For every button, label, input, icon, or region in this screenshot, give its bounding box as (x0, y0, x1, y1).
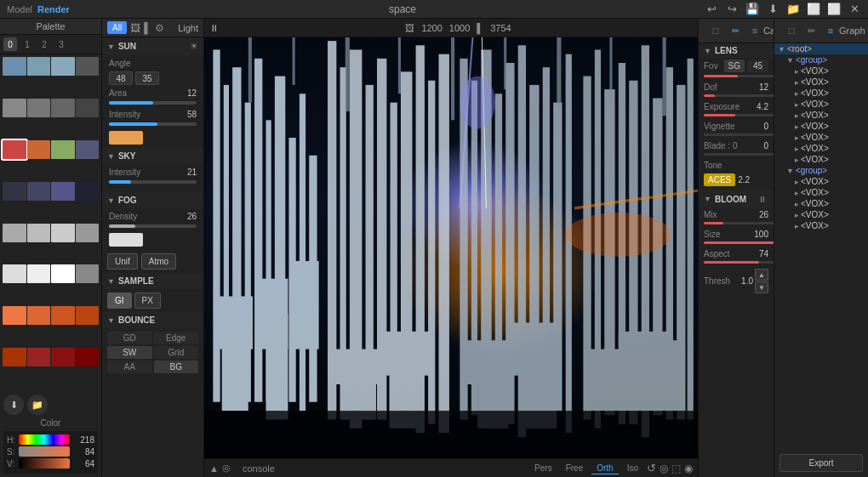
dof-slider[interactable] (704, 94, 774, 97)
vignette-slider[interactable] (704, 133, 774, 136)
color-swatch-23[interactable] (76, 264, 100, 283)
graph-tab-list[interactable]: ≡ (822, 23, 839, 38)
color-swatch-15[interactable] (76, 182, 100, 201)
color-swatch-2[interactable] (51, 57, 75, 76)
color-swatch-29[interactable] (27, 348, 51, 366)
color-swatch-9[interactable] (27, 140, 51, 159)
sun-angle-1-input[interactable] (109, 71, 133, 85)
color-swatch-5[interactable] (27, 99, 51, 117)
color-swatch-13[interactable] (27, 182, 51, 201)
exposure-slider[interactable] (704, 114, 774, 116)
color-swatch-25[interactable] (27, 306, 51, 325)
tree-item-0[interactable]: ▼<root> (774, 43, 868, 54)
tree-item-8[interactable]: ▸<VOX> (774, 132, 868, 143)
color-swatch-10[interactable] (51, 140, 75, 159)
light-tab-img[interactable]: 🖼 (130, 22, 140, 34)
color-swatch-21[interactable] (27, 264, 51, 283)
color-swatch-24[interactable] (3, 306, 26, 325)
hue-bar[interactable] (19, 434, 70, 445)
thresh-up[interactable]: ▲ (755, 269, 768, 281)
tree-item-16[interactable]: ▸<VOX> (774, 220, 868, 231)
tree-item-3[interactable]: ▸<VOX> (774, 77, 868, 88)
color-swatch-12[interactable] (3, 182, 26, 201)
bounce-aa[interactable]: AA (107, 361, 152, 373)
fov-preset[interactable]: SG (724, 60, 745, 72)
tab-model[interactable]: Model (7, 4, 32, 14)
window-icon[interactable]: ⬜ (825, 2, 842, 17)
sun-angle-2-input[interactable] (135, 71, 159, 85)
fog-density-slider[interactable] (109, 224, 197, 228)
tree-item-13[interactable]: ▸<VOX> (774, 187, 868, 198)
download-icon[interactable]: ⬇ (764, 2, 781, 17)
nav-iso[interactable]: Iso (622, 463, 643, 474)
color-swatch-1[interactable] (27, 57, 51, 76)
color-swatch-28[interactable] (3, 348, 26, 366)
aspect-slider[interactable] (704, 261, 774, 264)
bounce-sw[interactable]: SW (107, 346, 152, 359)
graph-tab-rect[interactable]: □ (783, 23, 800, 38)
color-swatch-19[interactable] (76, 224, 100, 242)
palette-folder-icon[interactable]: 📁 (27, 395, 48, 415)
color-swatch-26[interactable] (51, 306, 75, 325)
color-swatch-3[interactable] (76, 57, 100, 76)
tone-preset[interactable]: ACES (704, 173, 735, 186)
light-tab-bar[interactable]: ▌ (144, 22, 151, 34)
camera-icon[interactable]: ◎ (222, 463, 231, 474)
color-swatch-17[interactable] (27, 224, 51, 242)
color-swatch-6[interactable] (51, 99, 75, 117)
tree-item-11[interactable]: ▼<group> (774, 165, 868, 176)
light-tab-all[interactable]: All (107, 21, 127, 34)
sat-bar[interactable] (19, 446, 70, 457)
tree-item-12[interactable]: ▸<VOX> (774, 176, 868, 187)
tree-item-14[interactable]: ▸<VOX> (774, 198, 868, 209)
palette-tab-3[interactable]: 3 (54, 37, 68, 51)
bounce-edge[interactable]: Edge (154, 332, 199, 344)
color-swatch-30[interactable] (51, 348, 75, 366)
fog-color-swatch[interactable] (109, 233, 143, 247)
unif-button[interactable]: Unif (107, 253, 138, 270)
nav-free[interactable]: Free (561, 463, 589, 474)
bounce-section-header[interactable]: ▼ BOUNCE (102, 312, 203, 328)
bloom-pause-icon[interactable]: ⏸ (757, 193, 768, 205)
light-tab-gear[interactable]: ⚙ (155, 22, 164, 34)
cam-tab-rect[interactable]: □ (707, 23, 724, 38)
val-bar[interactable] (19, 458, 70, 468)
tree-item-1[interactable]: ▼<group> (774, 54, 868, 65)
tab-render[interactable]: Render (37, 4, 70, 14)
fov-slider[interactable] (704, 75, 774, 77)
sample-section-header[interactable]: ▼ SAMPLE (102, 273, 203, 289)
palette-tab-0[interactable]: 0 (3, 37, 17, 51)
sun-intensity-slider[interactable] (109, 122, 197, 126)
color-swatch-0[interactable] (3, 57, 26, 76)
palette-tab-1[interactable]: 1 (20, 37, 34, 51)
undo-icon[interactable]: ↩ (703, 2, 720, 17)
color-swatch-22[interactable] (51, 264, 75, 283)
bloom-section-header[interactable]: ▼ BLOOM ⏸ (699, 190, 774, 208)
gi-button[interactable]: GI (107, 292, 132, 309)
tree-item-5[interactable]: ▸<VOX> (774, 99, 868, 110)
cam-tab-edit[interactable]: ✏ (727, 23, 744, 38)
color-swatch-16[interactable] (3, 224, 26, 242)
arrow-up-icon[interactable]: ▲ (209, 463, 219, 474)
size-slider[interactable] (704, 241, 774, 244)
blade-slider[interactable] (704, 153, 774, 156)
folder-icon[interactable]: 📁 (785, 2, 802, 17)
lens-section-header[interactable]: ▼ LENS (699, 43, 774, 58)
sky-intensity-slider[interactable] (109, 180, 197, 184)
color-swatch-20[interactable] (3, 264, 26, 283)
atmo-button[interactable]: Atmo (141, 253, 176, 270)
graph-tab-edit[interactable]: ✏ (802, 23, 819, 38)
fog-section-header[interactable]: ▼ FOG (102, 192, 203, 208)
focus-icon[interactable]: ◎ (660, 463, 668, 474)
palette-tab-2[interactable]: 2 (37, 37, 51, 51)
bounce-grid[interactable]: Grid (154, 346, 199, 359)
sky-section-header[interactable]: ▼ SKY (102, 148, 203, 164)
nav-orth[interactable]: Orth (591, 463, 618, 474)
close-icon[interactable]: ✕ (846, 2, 863, 17)
tree-item-6[interactable]: ▸<VOX> (774, 110, 868, 121)
color-swatch-18[interactable] (51, 224, 75, 242)
tree-item-4[interactable]: ▸<VOX> (774, 88, 868, 99)
pause-icon[interactable]: ⏸ (209, 23, 219, 33)
color-swatch-7[interactable] (76, 99, 100, 117)
tree-item-2[interactable]: ▸<VOX> (774, 65, 868, 77)
